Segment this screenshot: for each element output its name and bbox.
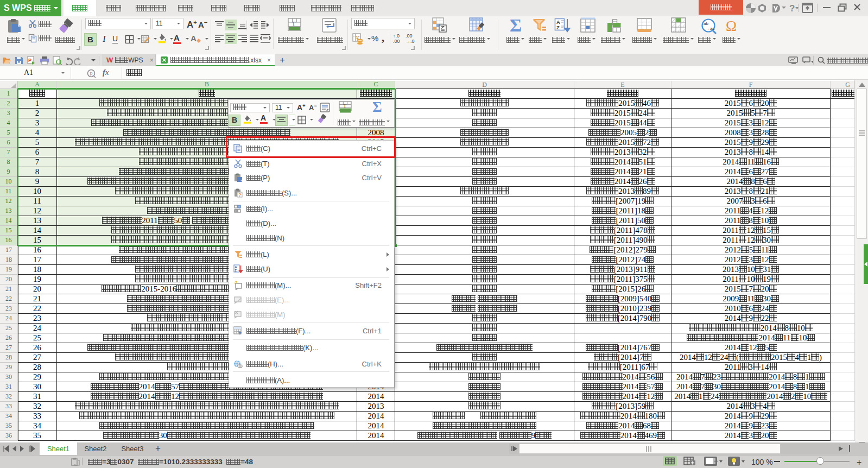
svg-text:Z: Z xyxy=(556,24,560,30)
svg-text:?: ? xyxy=(789,3,795,14)
svg-text:P: P xyxy=(28,58,31,63)
svg-text:A: A xyxy=(191,34,197,43)
svg-text:T: T xyxy=(292,21,295,27)
svg-text:R: R xyxy=(90,71,93,77)
svg-text:T: T xyxy=(344,103,347,109)
svg-text:?: ? xyxy=(238,192,242,198)
svg-text:ab: ab xyxy=(704,21,708,26)
